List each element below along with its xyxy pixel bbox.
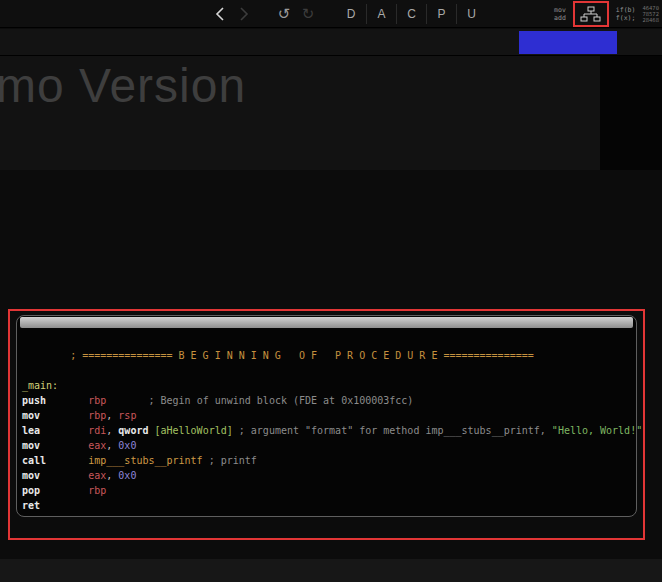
assembly-mode-icon[interactable]: mov add	[554, 6, 566, 22]
undo-icon: ↺	[278, 5, 291, 23]
disasm-segment	[46, 455, 88, 466]
disasm-segment: rbp	[88, 485, 106, 496]
toolbar-right-group: mov add if(b) f(x); 4	[554, 0, 659, 28]
disasm-segment: ,	[106, 425, 118, 436]
navigation-selection[interactable]	[519, 31, 617, 54]
nav-back-button[interactable]	[208, 2, 232, 26]
pseudocode-mode-icon[interactable]: if(b) f(x);	[616, 6, 636, 22]
transform-button-group: D A C P U	[336, 4, 486, 24]
transform-ascii-button[interactable]: A	[366, 4, 396, 24]
disasm-segment: _main:	[22, 380, 58, 391]
disasm-line[interactable]: mov eax, 0x0	[22, 438, 642, 453]
disasm-segment	[40, 485, 88, 496]
horizontal-scrollbar-thumb[interactable]	[20, 317, 633, 328]
pseudocode-mode-line: f(x);	[616, 14, 636, 22]
disasm-segment: ; printf	[209, 455, 257, 466]
disasm-segment: qword	[118, 425, 154, 436]
assembly-mode-line: mov	[554, 6, 566, 14]
redo-icon: ↻	[302, 5, 315, 23]
disasm-segment: eax	[88, 440, 106, 451]
disasm-line[interactable]: push rbp ; Begin of unwind block (FDE at…	[22, 393, 642, 408]
disasm-segment: lea	[22, 425, 40, 436]
transform-code-button[interactable]: C	[396, 4, 426, 24]
disasm-segment: mov	[22, 440, 40, 451]
disasm-segment: ,	[106, 410, 118, 421]
disasm-segment	[40, 470, 88, 481]
disasm-segment: ret	[22, 500, 40, 511]
disasm-line[interactable]	[22, 363, 642, 378]
disasm-segment: rsp	[118, 410, 136, 421]
disasm-segment: 0x0	[118, 440, 136, 451]
disasm-line[interactable]: call imp___stubs__printf ; printf	[22, 453, 642, 468]
disasm-segment: ,	[106, 440, 118, 451]
transform-data-button[interactable]: D	[336, 4, 366, 24]
graph-icon	[580, 6, 602, 23]
main-toolbar: ↺ ↻ D A C P U mov add	[0, 0, 662, 28]
disasm-segment: ; argument "format" for method imp___stu…	[239, 425, 552, 436]
disasm-segment: push	[22, 395, 46, 406]
disasm-line[interactable]: pop rbp	[22, 483, 642, 498]
disasm-segment: imp___stubs__printf	[88, 455, 202, 466]
disasm-segment: rbp	[88, 410, 106, 421]
disasm-segment: eax	[88, 470, 106, 481]
pseudocode-mode-line: if(b)	[616, 6, 636, 14]
disasm-segment: ; Begin of unwind block (FDE at 0x100003…	[148, 395, 413, 406]
demo-version-watermark: mo Version	[0, 58, 246, 113]
disasm-segment: ,	[106, 470, 118, 481]
disasm-segment	[106, 395, 148, 406]
disasm-segment: "Hello, World!"	[552, 425, 642, 436]
disasm-segment: call	[22, 455, 46, 466]
redo-button[interactable]: ↻	[296, 2, 320, 26]
disasm-segment: ; =============== B E G I N N I N G O F …	[22, 350, 534, 361]
disassembly-code: ; =============== B E G I N N I N G O F …	[22, 348, 642, 513]
disasm-segment: rbp	[88, 395, 106, 406]
disasm-segment: rdi	[88, 425, 106, 436]
chevron-left-icon	[215, 7, 225, 21]
status-bar	[0, 559, 662, 582]
disasm-segment: mov	[22, 470, 40, 481]
disasm-line[interactable]: ; =============== B E G I N N I N G O F …	[22, 348, 642, 363]
disasm-segment: [aHelloWorld]	[154, 425, 232, 436]
disasm-line[interactable]: ret	[22, 498, 642, 513]
disasm-line[interactable]: lea rdi, qword [aHelloWorld] ; argument …	[22, 423, 642, 438]
cfg-mode-button[interactable]	[580, 6, 602, 23]
disasm-segment: pop	[22, 485, 40, 496]
transform-procedure-button[interactable]: P	[426, 4, 456, 24]
disasm-segment	[46, 395, 88, 406]
disasm-segment	[40, 410, 88, 421]
disasm-line[interactable]: _main:	[22, 378, 642, 393]
nav-forward-button[interactable]	[232, 2, 256, 26]
cfg-mode-highlight-box	[573, 1, 609, 27]
disasm-line[interactable]: mov rbp, rsp	[22, 408, 642, 423]
hex-mode-row: 28468	[642, 17, 659, 23]
undo-button[interactable]: ↺	[272, 2, 296, 26]
chevron-right-icon	[239, 7, 249, 21]
transform-undefined-button[interactable]: U	[456, 4, 486, 24]
assembly-mode-line: add	[554, 14, 566, 22]
disasm-segment	[40, 440, 88, 451]
hex-mode-icon[interactable]: 46470 78572 28468	[642, 5, 659, 23]
toolbar-center-group: ↺ ↻ D A C P U	[208, 0, 486, 28]
hopper-window: ↺ ↻ D A C P U mov add	[0, 0, 662, 582]
top-right-panel	[600, 56, 662, 170]
disasm-segment	[40, 425, 88, 436]
disasm-line[interactable]: mov eax, 0x0	[22, 468, 642, 483]
disasm-segment: 0x0	[118, 470, 136, 481]
disasm-segment: mov	[22, 410, 40, 421]
navigation-bar[interactable]	[0, 29, 662, 56]
